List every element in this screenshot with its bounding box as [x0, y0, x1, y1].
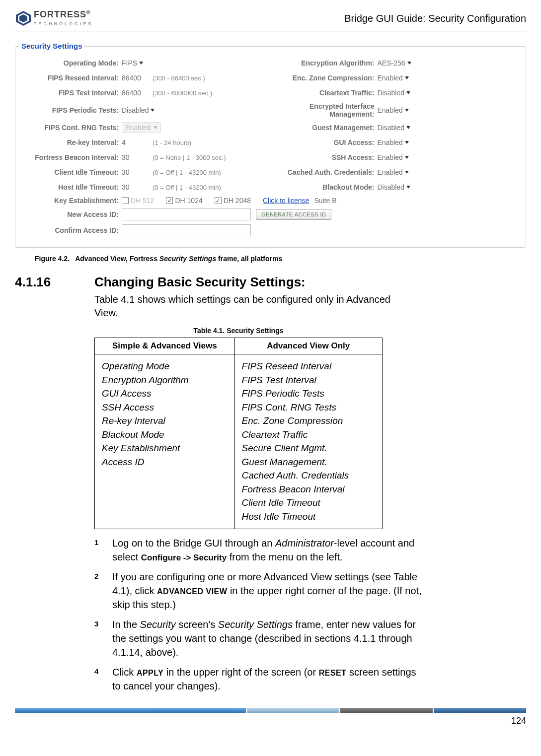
setting-row: Fortress Beacon Interval:30(0 = None | 1…	[22, 150, 263, 165]
figure-text-a: Advanced View, Fortress	[75, 255, 159, 263]
panel-legend: Security Settings	[19, 42, 84, 50]
select-control[interactable]: Disabled	[122, 106, 155, 114]
chevron-down-icon	[407, 62, 411, 65]
select-control[interactable]: Enabled	[378, 153, 409, 161]
setting-value[interactable]: Enabled	[378, 74, 409, 82]
step-text: in the upper right of the screen (or	[163, 667, 318, 678]
setting-number[interactable]: 30	[122, 168, 150, 176]
step-item: Click APPLY in the upper right of the sc…	[94, 665, 422, 693]
setting-value[interactable]: Enabled	[378, 153, 409, 161]
checkbox-icon[interactable]	[166, 197, 173, 204]
setting-value[interactable]: Disabled	[122, 106, 155, 114]
setting-label: FIPS Test Interval:	[22, 89, 122, 97]
select-control[interactable]: FIPS	[122, 59, 143, 67]
setting-number[interactable]: 30	[122, 183, 150, 191]
select-control[interactable]: Disabled	[378, 89, 410, 97]
setting-label: Confirm Access ID:	[22, 226, 122, 234]
key-option-label: DH 1024	[175, 197, 202, 205]
select-control[interactable]: Enabled	[378, 106, 409, 114]
setting-label: SSH Access:	[278, 153, 378, 161]
setting-value[interactable]: 30(0 = Off | 1 - 43200 min)	[122, 183, 221, 191]
table-cell-item: Cleartext Traffic	[242, 428, 375, 442]
setting-value[interactable]: Enabled	[378, 168, 409, 176]
setting-row: Cached Auth. Credentials:Enabled	[278, 165, 519, 180]
security-settings-panel: Security Settings Operating Mode:FIPSEnc…	[15, 46, 526, 248]
new-access-id-input[interactable]	[122, 208, 251, 220]
setting-value[interactable]: 30(0 = None | 1 - 3000 sec.)	[122, 153, 226, 161]
confirm-access-id-row: Confirm Access ID:	[22, 222, 519, 238]
setting-hint: (300 - 6000000 sec.)	[153, 89, 212, 97]
setting-value[interactable]: Disabled	[378, 183, 410, 191]
license-link[interactable]: Click to license	[263, 197, 309, 205]
table-cell-item: Encryption Algorithm	[102, 373, 228, 387]
step-text: APPLY	[137, 669, 163, 677]
header-divider	[15, 31, 526, 31]
step-text: Administrator	[275, 538, 334, 549]
suite-b-label: Suite B	[314, 197, 336, 205]
setting-number[interactable]: 4	[122, 138, 150, 146]
select-control[interactable]: Disabled	[378, 124, 410, 132]
setting-value[interactable]: AES-256	[378, 59, 411, 67]
setting-value[interactable]: 86400(300 - 6000000 sec.)	[122, 89, 212, 97]
setting-label: Fortress Beacon Interval:	[22, 153, 122, 161]
setting-value[interactable]: FIPS	[122, 59, 143, 67]
table-cell-item: Secure Client Mgmt.	[242, 441, 375, 455]
setting-value[interactable]: Enabled	[378, 138, 409, 146]
chevron-down-icon	[406, 126, 410, 129]
setting-label: Client Idle Timeout:	[22, 168, 122, 176]
page-header: FORTRESS® TECHNOLOGIES Bridge GUI Guide:…	[15, 10, 526, 27]
table-header-row: Simple & Advanced Views Advanced View On…	[95, 338, 383, 354]
select-control[interactable]: AES-256	[378, 59, 411, 67]
setting-label: FIPS Periodic Tests:	[22, 106, 122, 114]
chevron-down-icon	[405, 109, 409, 112]
setting-row: SSH Access:Enabled	[278, 150, 519, 165]
generate-access-id-button[interactable]: GENERATE ACCESS ID	[256, 209, 331, 220]
steps-list: Log on to the Bridge GUI through an Admi…	[94, 536, 422, 693]
select-control[interactable]: Disabled	[378, 183, 410, 191]
checkbox-icon[interactable]	[215, 197, 222, 204]
step-text: ADVANCED VIEW	[157, 587, 227, 596]
logo-main: FORTRESS	[34, 9, 86, 19]
section-title: Changing Basic Security Settings:	[94, 275, 306, 290]
step-item: If you are configuring one or more Advan…	[94, 570, 422, 612]
confirm-access-id-input[interactable]	[122, 224, 251, 236]
setting-label: Cached Auth. Credentials:	[278, 168, 378, 176]
setting-row: Guest Managemet:Disabled	[278, 120, 519, 135]
setting-value[interactable]: 4(1 - 24 hours)	[122, 138, 191, 146]
section-intro: Table 4.1 shows which settings can be co…	[94, 293, 412, 320]
setting-label: Operating Mode:	[22, 59, 122, 67]
setting-row: Encrypted Interface Management:Enabled	[278, 100, 519, 120]
step-item: Log on to the Bridge GUI through an Admi…	[94, 536, 422, 564]
setting-hint: (0 = None | 1 - 3000 sec.)	[153, 154, 226, 161]
table-cell-item: Key Establishment	[102, 441, 228, 455]
step-item: In the Security screen's Security Settin…	[94, 618, 422, 659]
setting-row: FIPS Periodic Tests:Disabled	[22, 100, 263, 120]
section-heading: 4.1.16 Changing Basic Security Settings:	[15, 275, 526, 290]
logo-icon	[15, 10, 32, 27]
setting-row: Blackout Mode:Disabled	[278, 180, 519, 195]
setting-number[interactable]: 30	[122, 153, 150, 161]
figure-number: Figure 4.2.	[35, 255, 70, 263]
setting-row: Re-key Interval:4(1 - 24 hours)	[22, 135, 263, 150]
table-header: Advanced View Only	[234, 338, 382, 354]
setting-value[interactable]: 86400(300 - 86400 sec.)	[122, 74, 205, 82]
table-cell-item: Re-key Interval	[102, 414, 228, 428]
key-establishment-row: Key Establishment:DH 512DH 1024DH 2048Cl…	[22, 195, 519, 206]
select-control[interactable]: Enabled	[378, 138, 409, 146]
table-cell-item: Fortress Beacon Interval	[242, 482, 375, 496]
table-cell-item: Guest Management.	[242, 455, 375, 469]
key-option[interactable]: DH 1024	[166, 197, 202, 205]
select-control[interactable]: Enabled	[378, 74, 409, 82]
setting-hint: (300 - 86400 sec.)	[153, 74, 205, 82]
setting-value[interactable]: Enabled	[378, 106, 409, 114]
setting-value[interactable]: Disabled	[378, 89, 410, 97]
setting-value: Enabled	[122, 122, 161, 133]
setting-value[interactable]: Disabled	[378, 124, 410, 132]
key-option[interactable]: DH 2048	[215, 197, 251, 205]
setting-number[interactable]: 86400	[122, 74, 150, 82]
setting-label: FIPS Reseed Interval:	[22, 74, 122, 82]
select-control[interactable]: Enabled	[378, 168, 409, 176]
key-option: DH 512	[122, 197, 154, 205]
setting-value[interactable]: 30(0 = Off | 1 - 43200 min)	[122, 168, 221, 176]
setting-number[interactable]: 86400	[122, 89, 150, 97]
